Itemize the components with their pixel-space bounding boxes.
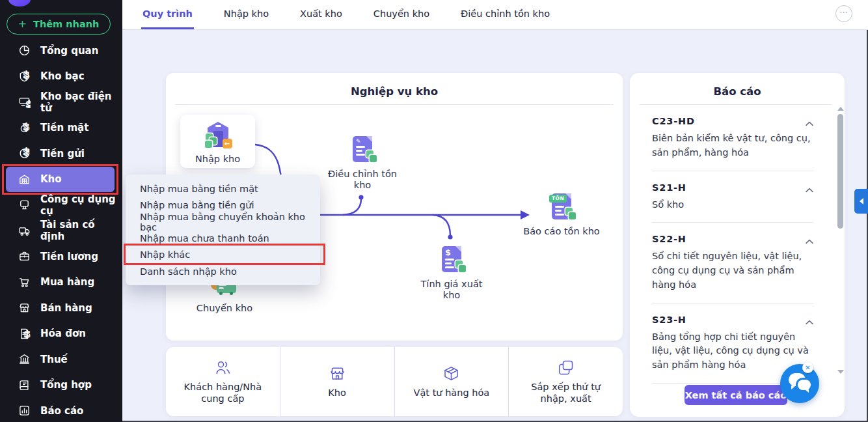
ledger-icon (18, 379, 31, 391)
warehouse-icon (18, 173, 31, 186)
invoice-icon (18, 328, 31, 340)
view-all-reports-button[interactable]: Xem tất cả báo cáo (685, 385, 787, 405)
shortcut-vat-tu-hang-hoa[interactable]: Vật tư hàng hóa (395, 347, 509, 416)
app-logo (8, 0, 31, 7)
shortcut-label: Khách hàng/Nhà cung cấp (178, 382, 268, 404)
sidebar-item-label: Mua hàng (40, 276, 94, 288)
pie-icon (18, 44, 31, 57)
sidebar-item-label: Kho bạc điện tử (40, 91, 122, 114)
inbound-arrow-badge: ← (223, 139, 232, 148)
sidebar-item-ban-hang[interactable]: Bán hàng (0, 295, 122, 321)
sidebar-item-kho[interactable]: Kho (6, 167, 115, 193)
catalog-shortcuts-card: Khách hàng/Nhà cung cấp Kho Vật tư hàng … (166, 347, 623, 416)
tab-xuat-kho[interactable]: Xuất kho (299, 0, 344, 29)
panel-collapse-handle[interactable] (854, 189, 868, 214)
chevron-up-icon[interactable] (806, 117, 813, 122)
chevron-up-icon[interactable] (806, 234, 813, 240)
report-item-s21-h[interactable]: S21-H Sổ kho (652, 171, 813, 223)
sidebar-item-kho-bac-dien-tu[interactable]: Kho bạc điện tử (0, 89, 122, 115)
sidebar-item-label: Tài sản cố định (40, 219, 122, 242)
vault-icon (18, 70, 31, 83)
report-item-s22-h[interactable]: S22-H Sổ chi tiết nguyên liệu, vật liệu,… (652, 223, 813, 303)
chevron-up-icon[interactable] (806, 315, 813, 320)
report-code: S22-H (652, 234, 813, 244)
report-description: Biên bản kiểm kê vật tư, công cụ, sản ph… (652, 132, 813, 160)
cart-icon (18, 276, 31, 288)
chat-close-icon[interactable]: ✕ (802, 362, 813, 373)
flow-node-nhap-kho[interactable]: ← Nhập kho (180, 115, 255, 168)
sidebar-item-label: Tiền lương (40, 251, 98, 262)
flow-node-label: Báo cáo tồn kho (523, 226, 599, 237)
plus-icon: + (18, 18, 27, 30)
sidebar-item-mua-hang[interactable]: Mua hàng (0, 270, 122, 296)
adjust-stock-doc-icon: ✎ (347, 134, 377, 164)
sidebar-item-label: Bán hàng (40, 302, 92, 314)
more-options-icon[interactable]: ⋯ (835, 5, 852, 22)
report-description: Sổ chi tiết nguyên liệu, vật liệu, công … (652, 249, 813, 292)
tab-nhap-kho[interactable]: Nhập kho (223, 0, 270, 29)
tab-dieu-chinh-ton-kho[interactable]: Điều chỉnh tồn kho (459, 0, 551, 29)
shortcut-label: Kho (328, 387, 346, 399)
sidebar-item-label: Tiền mặt (40, 122, 88, 134)
report-list: C23-HD Biên bản kiểm kê vật tư, công cụ,… (652, 105, 813, 384)
menu-item-nhap-khac[interactable]: Nhập khác (126, 247, 320, 264)
app-window: + Thêm nhanh Tổng quan Kho bạc Kho bạc đ… (0, 0, 868, 422)
flow-node-label: Điều chỉnh tồn kho (326, 169, 399, 191)
stock-report-doc-icon: TỒN (547, 191, 576, 221)
flow-node-bao-cao-ton[interactable]: TỒN Báo cáo tồn kho (509, 191, 614, 237)
chevron-up-icon[interactable] (806, 183, 813, 188)
sidebar-item-cong-cu-dung-cu[interactable]: Công cụ dụng cụ (0, 192, 122, 218)
menu-item-nhap-mua-chua-thanh-toan[interactable]: Nhập mua chưa thanh toán (126, 231, 320, 247)
flow-node-label: Tính giá xuất kho (413, 279, 490, 301)
quick-add-label: Thêm nhanh (33, 19, 99, 29)
chart-icon (18, 404, 31, 417)
layers-icon (557, 359, 575, 376)
sidebar-item-tai-san-co-dinh[interactable]: Tài sản cố định (0, 218, 122, 244)
scroll-up-icon[interactable] (837, 107, 844, 111)
shortcut-kho[interactable]: Kho (280, 347, 395, 416)
report-scrollbar[interactable] (837, 104, 845, 378)
chat-widget-button[interactable] (780, 364, 819, 403)
moneybag-icon (18, 122, 31, 134)
tab-quy-trinh[interactable]: Quy trình (141, 0, 194, 29)
sidebar-item-kho-bac[interactable]: Kho bạc (0, 64, 122, 90)
sidebar-item-bao-cao[interactable]: Báo cáo (0, 398, 122, 422)
shortcut-khach-hang-nha-cung-cap[interactable]: Khách hàng/Nhà cung cấp (166, 347, 280, 416)
sidebar-item-tien-gui[interactable]: Tiền gửi (0, 141, 122, 167)
menu-item-nhap-mua-bang-chuyen-khoan-kho-bac[interactable]: Nhập mua bằng chuyển khoản kho bạc (126, 214, 320, 231)
sidebar-item-label: Báo cáo (40, 405, 83, 417)
sidebar-item-label: Tổng hợp (40, 379, 92, 391)
sidebar-item-label: Kho bạc (40, 70, 85, 82)
menu-item-nhap-mua-bang-tien-mat[interactable]: Nhập mua bằng tiền mặt (126, 180, 320, 197)
triangle-left-icon (860, 198, 863, 204)
sidebar-item-thue[interactable]: Thuế (0, 346, 122, 373)
quick-add-button[interactable]: + Thêm nhanh (7, 14, 111, 35)
report-item-c23-hd[interactable]: C23-HD Biên bản kiểm kê vật tư, công cụ,… (652, 105, 813, 171)
sidebar-item-tong-hop[interactable]: Tổng hợp (0, 373, 122, 399)
truck-icon (18, 225, 31, 237)
storefront-icon (329, 365, 346, 382)
sidebar-item-tien-luong[interactable]: Tiền lương (0, 244, 122, 270)
flow-node-tinh-gia[interactable]: $ Tính giá xuất kho (413, 244, 490, 301)
pricing-doc-icon: $ (437, 244, 467, 274)
chat-bubble-small-icon (798, 380, 811, 390)
report-code: S21-H (652, 182, 813, 193)
scroll-down-icon[interactable] (837, 370, 844, 374)
menu-item-danh-sach-nhap-kho[interactable]: Danh sách nhập kho (126, 264, 320, 281)
flow-node-dieu-chinh[interactable]: ✎ Điều chỉnh tồn kho (326, 134, 399, 191)
report-description: Sổ kho (652, 198, 813, 212)
sidebar-item-hoa-don[interactable]: Hóa đơn (0, 321, 122, 347)
sidebar-item-tien-mat[interactable]: Tiền mặt (0, 115, 122, 141)
sidebar-item-label: Tiền gửi (40, 148, 85, 160)
bank-icon (18, 353, 31, 365)
box-icon (442, 365, 460, 382)
nhap-kho-dropdown: Nhập mua bằng tiền mặtNhập mua bằng tiền… (126, 175, 320, 285)
people-icon (214, 359, 232, 376)
deposit-icon (18, 147, 31, 160)
sidebar-item-tong-quan[interactable]: Tổng quan (0, 38, 122, 64)
topbar: Quy trìnhNhập khoXuất khoChuyển khoĐiều … (122, 0, 868, 30)
scrollbar-thumb[interactable] (837, 114, 843, 229)
shortcut-sap-xep-thu-tu-nhap-xuat[interactable]: Sắp xếp thứ tự nhập, xuất (509, 347, 623, 416)
store-icon (18, 302, 31, 314)
tab-chuyen-kho[interactable]: Chuyển kho (372, 0, 431, 29)
